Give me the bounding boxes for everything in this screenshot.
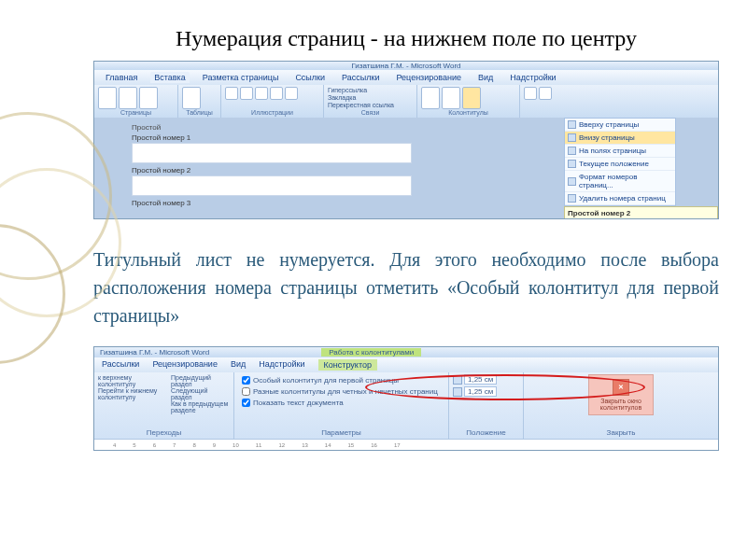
context-tab-title: Работа с колонтитулами [321,348,421,357]
prev-section[interactable]: Предыдущий раздел [171,374,230,387]
tab-addins[interactable]: Надстройки [506,72,559,83]
crossref-item[interactable]: Перекрестная ссылка [328,102,413,108]
ruler: 4567891011121314151617 [94,439,718,450]
list-item[interactable]: Простой номер 1 [132,133,564,164]
tab-design[interactable]: Конструктор [318,359,377,371]
goto-header[interactable]: к верхнему колонтитулу [98,374,167,387]
menu-format[interactable]: Формат номеров страниц... [565,171,675,192]
textbox-icon[interactable] [524,87,537,100]
window-title-2: Гизатшина Г.М. - Microsoft Word [100,348,209,357]
picture-icon[interactable] [225,87,238,100]
header-margin-icon [453,375,462,385]
group-pages-label: Страницы [98,109,174,116]
cover-page-icon[interactable] [98,87,117,109]
menu-current[interactable]: Текущее положение [565,158,675,171]
tooltip: Простой номер 2 Номер без форматирования… [564,206,718,219]
list-item[interactable]: Простой номер 2 [132,166,564,197]
page-number-menu: Вверху страницы Внизу страницы На полях … [564,118,676,206]
footer-icon[interactable] [442,87,460,109]
tab-layout[interactable]: Разметка страницы [199,72,283,83]
blank-page-icon[interactable] [119,87,137,109]
window-title: Гизатшина Г.М. - Microsoft Word [94,62,718,70]
group-tables: Таблицы [178,85,221,118]
tab-insert[interactable]: Вставка [150,72,189,83]
slide-title: Нумерация страниц - на нижнем поле по це… [93,26,719,51]
hyperlink-item[interactable]: Гиперссылка [328,87,413,93]
option-odd-even[interactable]: Разные колонтитулы для четных и нечетных… [242,387,441,396]
close-icon: ✕ [613,379,629,396]
header-icon[interactable] [421,87,440,109]
ribbon: Страницы Таблицы Иллюстрации Гиперссылка [94,85,718,118]
group-illus-label: Иллюстрации [225,109,319,116]
tab-addins-2[interactable]: Надстройки [259,359,304,371]
group-tables-label: Таблицы [182,109,217,116]
group-navigation: к верхнему колонтитулу Перейти к нижнему… [94,372,234,439]
body-paragraph: Титульный лист не нумеруется. Для этого … [93,245,719,329]
footer-margin-icon [453,387,462,397]
tab-review-2[interactable]: Рецензирование [152,359,218,371]
group-opts-label: Параметры [238,428,444,437]
close-hf-button[interactable]: ✕ Закрыть окно колонтитулов [588,374,654,415]
quickparts-icon[interactable] [539,87,552,100]
option-show-text[interactable]: Показать текст документа [242,399,441,407]
footer-margin[interactable]: 1,25 см [464,386,497,397]
ribbon-tabs: Главная Вставка Разметка страницы Ссылки… [94,70,718,85]
tooltip-desc: Номер без форматирования и линий [568,217,696,219]
group-text [520,85,718,118]
clipart-icon[interactable] [240,87,253,100]
menu-top[interactable]: Вверху страницы [565,119,675,132]
word-screenshot-designer: Гизатшина Г.М. - Microsoft Word Работа с… [93,346,719,451]
next-section[interactable]: Следующий раздел [171,387,230,400]
group-nav-label: Переходы [98,428,230,437]
option-first-page[interactable]: Особый колонтитул для первой страницы [242,376,441,385]
group-hf-label: Колонтитулы [421,109,515,116]
tooltip-title: Простой номер 2 [568,209,630,217]
menu-remove[interactable]: Удалить номера страниц [565,192,675,205]
bookmark-item[interactable]: Закладка [328,94,413,101]
group-illustrations: Иллюстрации [221,85,324,118]
chart-icon[interactable] [285,87,298,100]
page-number-button[interactable] [462,87,481,109]
group-close-label: Закрыть [607,428,636,437]
list-item[interactable]: Простой номер 3 [132,199,564,207]
group-headerfooter: Колонтитулы [417,85,520,118]
smartart-icon[interactable] [270,87,283,100]
page-break-icon[interactable] [139,87,158,109]
group-links: Гиперссылка Закладка Перекрестная ссылка… [324,85,417,118]
menu-margins[interactable]: На полях страницы [565,145,675,158]
tab-review[interactable]: Рецензирование [392,72,465,83]
tab-refs[interactable]: Ссылки [291,72,329,83]
goto-footer[interactable]: Перейти к нижнему колонтитулу [98,387,167,400]
group-pos-label: Положение [453,428,519,437]
gallery-header: Простой [132,123,564,132]
tab-view[interactable]: Вид [474,72,497,83]
group-close: ✕ Закрыть окно колонтитулов Закрыть [524,372,718,439]
tab-view-2[interactable]: Вид [231,359,246,371]
page-number-gallery: Простой Простой номер 1 Простой номер 2 … [132,123,564,219]
same-as-prev[interactable]: Как в предыдущем разделе [171,400,230,413]
word-screenshot-insert: Гизатшина Г.М. - Microsoft Word Главная … [93,61,719,219]
shapes-icon[interactable] [255,87,268,100]
table-icon[interactable] [182,87,201,109]
tab-mailings-2[interactable]: Рассылки [102,359,139,371]
group-pages: Страницы [94,85,178,118]
tab-mailings[interactable]: Рассылки [338,72,383,83]
header-margin[interactable]: 1,25 см [464,374,497,385]
menu-bottom[interactable]: Внизу страницы [565,132,675,145]
group-position: 1,25 см 1,25 см Положение [449,372,524,439]
group-options: Особый колонтитул для первой страницы Ра… [234,372,449,439]
group-links-label: Связи [328,109,413,116]
tab-home[interactable]: Главная [102,72,141,83]
